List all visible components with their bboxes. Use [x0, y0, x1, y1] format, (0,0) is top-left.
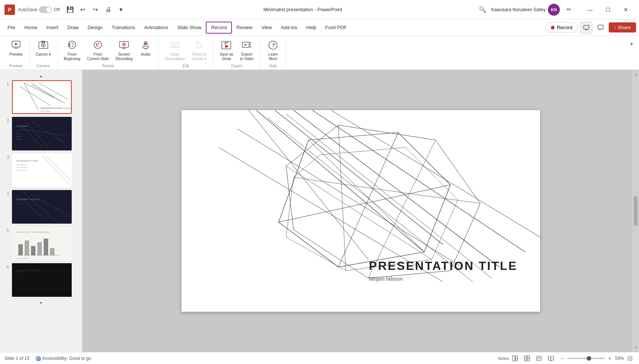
slide-thumb-6[interactable]: AREAS OF GROWTH ————— —————: [12, 263, 72, 297]
slide-item[interactable]: 6 AREAS OF GROWTH ————— —————: [3, 263, 79, 297]
scroll-thumb[interactable]: [634, 196, 638, 226]
record-group-label: Record: [102, 64, 114, 69]
svg-line-28: [177, 42, 180, 43]
menu-animations[interactable]: Animations: [140, 22, 173, 34]
monitor-icon: [583, 25, 589, 31]
undo-button[interactable]: ↩: [78, 5, 87, 14]
presenter-view-button[interactable]: [580, 22, 592, 34]
record-dot-icon: [551, 26, 555, 29]
ribbon-group-help: ? Learn More Help: [260, 37, 286, 69]
svg-marker-129: [550, 357, 552, 359]
menu-view[interactable]: View: [257, 22, 276, 34]
audio-button[interactable]: Audio: [137, 37, 155, 59]
comments-button[interactable]: [595, 22, 607, 34]
avatar[interactable]: KN: [548, 4, 560, 16]
svg-line-97: [249, 110, 368, 259]
normal-view-button[interactable]: [511, 354, 519, 363]
autosave-group: AutoSave Off: [18, 6, 60, 13]
canvas-scrollbar[interactable]: ▲ ▼: [632, 70, 639, 352]
slide-sorter-button[interactable]: [522, 354, 531, 363]
user-name: Kawusara Nurudeen Salley: [491, 7, 546, 12]
learn-more-label: Learn More: [268, 52, 278, 61]
scroll-down-arrow[interactable]: ▼: [633, 345, 639, 351]
record-buttons: From Beginning From Current Slide: [61, 37, 155, 63]
panel-scroll-up[interactable]: ▲: [38, 73, 44, 79]
menu-transitions[interactable]: Transitions: [107, 22, 140, 34]
slide-item[interactable]: 1 PRESENTATION TITLE Mirjam Nilsson: [3, 80, 79, 114]
canvas-area: PRESENTATION TITLE Mirjam Nilsson ▲ ▼: [82, 70, 639, 352]
reset-cameo-button[interactable]: Reset to Cameo ▾: [189, 37, 209, 63]
menu-help[interactable]: Help: [302, 22, 321, 34]
slide-thumb-4[interactable]: PRIMARY GOALS —————: [12, 190, 72, 224]
slide-thumb-2[interactable]: AGENDA ————— Item one Item two Item thre…: [12, 117, 72, 150]
from-current-label: From Current Slide: [87, 52, 109, 61]
save-button[interactable]: 💾: [66, 5, 75, 14]
svg-rect-79: [18, 244, 23, 255]
minimize-button[interactable]: —: [581, 4, 599, 16]
autosave-toggle[interactable]: [39, 6, 52, 13]
menu-design[interactable]: Design: [83, 22, 107, 34]
zoom-out-button[interactable]: −: [558, 355, 566, 362]
reading-view-button[interactable]: [534, 354, 543, 363]
fit-slide-button[interactable]: [626, 354, 635, 363]
from-beginning-button[interactable]: From Beginning: [61, 37, 83, 63]
slide-thumb-1[interactable]: PRESENTATION TITLE Mirjam Nilsson: [12, 80, 72, 114]
slide-item[interactable]: 2 AGENDA ————— Item one Item two Item th…: [3, 117, 79, 150]
menu-record[interactable]: Record: [206, 22, 232, 34]
menu-home[interactable]: Home: [20, 22, 42, 34]
menu-foxitpdf[interactable]: Foxit PDF: [321, 22, 351, 34]
svg-text:Item one: Item one: [16, 133, 22, 135]
window-controls: — ☐ ✕: [581, 4, 635, 16]
fit-icon: [627, 356, 633, 361]
screen-recording-button[interactable]: Screen Recording: [113, 37, 135, 63]
scroll-up-arrow[interactable]: ▲: [633, 71, 639, 77]
share-button[interactable]: ↑ Share: [609, 22, 636, 32]
slide-sorter-icon: [524, 355, 530, 361]
close-button[interactable]: ✕: [617, 4, 635, 16]
search-icon[interactable]: 🔍: [477, 4, 488, 15]
from-current-button[interactable]: From Current Slide: [84, 37, 111, 63]
menu-review[interactable]: Review: [232, 22, 257, 34]
svg-rect-3: [598, 25, 603, 29]
export-video-button[interactable]: Export to Video: [238, 37, 257, 63]
clear-recording-button[interactable]: Clear Recording ▾: [162, 37, 187, 63]
slide-item[interactable]: 4 PRIMARY GOALS —————: [3, 190, 79, 224]
pen-icon[interactable]: ✏: [564, 4, 574, 15]
slide-item[interactable]: 3 INTRODUCTION Lorem ipsum dolor sit ame…: [3, 153, 79, 187]
print-button[interactable]: 🖨: [104, 5, 113, 14]
record-button[interactable]: Record: [545, 22, 578, 32]
slide-number-4: 4: [3, 190, 9, 196]
slide-item[interactable]: 5 QUARTERLY PERFORMANCE Q1 Q2 Q3 Q4 Q5 Q…: [3, 227, 79, 260]
svg-text:adipiscing elit sed: adipiscing elit sed: [16, 169, 27, 171]
menu-insert[interactable]: Insert: [42, 22, 63, 34]
menu-slideshow[interactable]: Slide Show: [173, 22, 206, 34]
menu-addins[interactable]: Add-ins: [276, 22, 302, 34]
zoom-slider[interactable]: [567, 358, 605, 359]
menu-draw[interactable]: Draw: [63, 22, 83, 34]
slide-thumb-3[interactable]: INTRODUCTION Lorem ipsum dolor sit amet …: [12, 153, 72, 187]
slide-thumb-5[interactable]: QUARTERLY PERFORMANCE Q1 Q2 Q3 Q4 Q5 Q6: [12, 227, 72, 260]
ribbon-collapse-button[interactable]: ▾: [627, 39, 636, 49]
slideshow-icon: [548, 355, 554, 361]
more-quick-access[interactable]: ▾: [117, 5, 125, 14]
autosave-label: AutoSave: [18, 7, 37, 12]
maximize-button[interactable]: ☐: [599, 4, 617, 16]
bottom-right: Notes: [499, 354, 635, 363]
menu-bar: File Home Insert Draw Design Transitions…: [0, 19, 639, 36]
redo-button[interactable]: ↪: [91, 5, 100, 14]
preview-button[interactable]: Preview: [7, 37, 25, 59]
slideshow-button[interactable]: [546, 354, 555, 363]
zoom-slider-thumb[interactable]: [587, 356, 591, 361]
screen-icon: [118, 39, 130, 51]
learn-more-button[interactable]: ? Learn More: [264, 37, 282, 63]
notes-button[interactable]: Notes: [499, 354, 508, 363]
slide-panel[interactable]: ▲ 1 PRESENTATION TITLE Mirjam Nilsson: [0, 70, 82, 352]
svg-line-30: [177, 46, 180, 47]
save-as-show-button[interactable]: Save as Show: [217, 37, 236, 63]
zoom-in-button[interactable]: +: [606, 355, 614, 362]
panel-scroll-down[interactable]: ▼: [38, 300, 44, 306]
menu-file[interactable]: File: [3, 22, 20, 34]
svg-line-92: [256, 110, 424, 252]
export-buttons: Save as Show Export to Video: [217, 37, 256, 63]
cameo-button[interactable]: Cameo ▾: [33, 37, 53, 59]
